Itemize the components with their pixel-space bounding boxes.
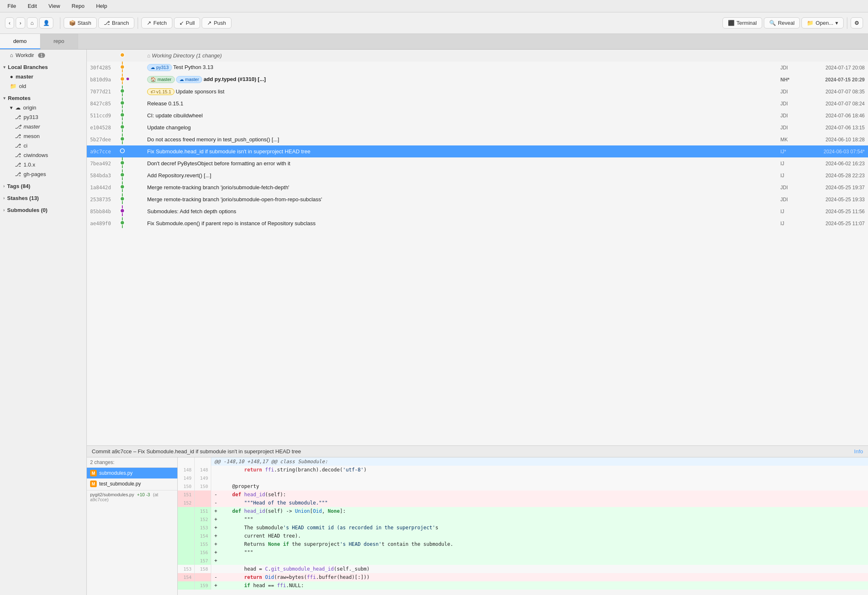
sidebar-remote-meson[interactable]: ⎇ meson [2, 131, 85, 141]
commit-graph [116, 74, 144, 86]
sidebar-remote-ci[interactable]: ⎇ ci [2, 141, 85, 150]
branch-label: Branch [112, 20, 129, 26]
diff-file-path: pygit2/submodules.py +10 -3 (at a9c7cce) [87, 490, 177, 504]
tab-demo[interactable]: demo [0, 34, 41, 49]
py313-label: py313 [24, 114, 38, 120]
stash-button[interactable]: 📦 Stash [64, 17, 97, 29]
sidebar-branch-old[interactable]: 📁 old [2, 81, 85, 91]
commit-date [802, 50, 868, 62]
commit-row[interactable]: a9c7cceFix Submodule.head_id if submodul… [87, 145, 868, 157]
pull-button[interactable]: ↙ Pull [174, 17, 200, 29]
svg-point-2 [120, 65, 124, 69]
menu-help[interactable]: Help [93, 2, 110, 10]
commit-author: IJ [777, 169, 802, 181]
toolbar: ‹ › ⌂ 👤 📦 Stash ⎇ Branch ↗ Fetch ↙ Pull … [0, 12, 868, 34]
commit-row[interactable]: 1a8442dMerge remote-tracking branch 'jor… [87, 181, 868, 193]
commit-row[interactable]: b810d9a🏠 master☁ masteradd py.typed (#13… [87, 74, 868, 86]
diff-code-line: 154- return Oid(raw=bytes(ffi.buffer(hea… [178, 573, 868, 581]
sidebar-branch-master[interactable]: ● master [2, 72, 85, 81]
sidebar-workdir[interactable]: ⌂ Workdir 1 [2, 50, 85, 60]
pull-label: Pull [186, 20, 195, 26]
commit-date: 2024-06-03 07:54* [802, 145, 868, 157]
commit-author: JDI [777, 181, 802, 193]
reveal-button[interactable]: 🔍 Reveal [764, 17, 800, 29]
remotes-header[interactable]: ▾ Remotes [0, 93, 86, 103]
diff-line-content: - """Head of the submodule.""" [211, 499, 868, 507]
diff-code-line: 150150 @property [178, 482, 868, 490]
menu-view[interactable]: View [46, 2, 62, 10]
commit-row[interactable]: 5b27deeDo not access freed memory in tes… [87, 133, 868, 145]
commit-message: 🏠 master☁ masteradd py.typed (#1310) [..… [144, 74, 777, 86]
sidebar-remote-origin[interactable]: ▾ ☁ origin [2, 103, 85, 112]
sidebar-remote-py313[interactable]: ⎇ py313 [2, 112, 85, 122]
back-button[interactable]: ‹ [5, 17, 14, 29]
sidebar-remote-ghpages[interactable]: ⎇ gh-pages [2, 169, 85, 179]
commit-hash [87, 50, 116, 62]
master-remote-label: master [24, 124, 40, 130]
menu-repo[interactable]: Repo [69, 2, 87, 10]
chevron-right-icon-submodules: › [3, 208, 5, 212]
diff-file-item[interactable]: Msubmodules.py [87, 468, 177, 478]
menu-edit[interactable]: Edit [25, 2, 39, 10]
fetch-button[interactable]: ↗ Fetch [141, 17, 172, 29]
diff-info-link[interactable]: Info [854, 448, 863, 455]
commit-graph [116, 217, 144, 229]
person-button[interactable]: 👤 [39, 17, 53, 29]
sidebar-remote-master[interactable]: ⎇ master [2, 122, 85, 131]
commit-row[interactable]: e104528Update changelogJDI2024-07-06 13:… [87, 121, 868, 133]
menubar: File Edit View Repo Help [0, 0, 868, 12]
commit-graph [116, 157, 144, 169]
commit-date: 2024-07-17 20:08 [802, 62, 868, 74]
branch-button[interactable]: ⎇ Branch [98, 17, 134, 29]
main-layout: ⌂ Workdir 1 ▾ Local Branches ● master 📁 … [0, 50, 868, 595]
diff-line-content: return ffi.string(branch).decode('utf-8'… [211, 466, 868, 474]
commit-graph [116, 121, 144, 133]
diff-hunk-header: @@ -148,10 +148,17 @@ class Submodule: [178, 457, 868, 466]
tab-repo[interactable]: repo [41, 34, 78, 49]
commit-row[interactable]: 30f4285☁ py313Test Python 3.13JDI2024-07… [87, 62, 868, 74]
submodules-header[interactable]: › Submodules (0) [0, 205, 86, 215]
commit-row[interactable]: ⌂ Working Directory (1 change) [87, 50, 868, 62]
commit-graph [116, 109, 144, 121]
ci-label: ci [24, 143, 27, 149]
commit-row[interactable]: 7077d21🏷 v1.15.1Update sponsors listJDI2… [87, 86, 868, 98]
content-area: ⌂ Working Directory (1 change)30f4285☁ p… [87, 50, 868, 595]
commit-graph [116, 86, 144, 98]
stashes-header[interactable]: › Stashes (13) [0, 193, 86, 203]
commit-hash: 584bda3 [87, 169, 116, 181]
commit-graph [116, 205, 144, 217]
sidebar-remote-ciwindows[interactable]: ⎇ ciwindows [2, 150, 85, 160]
fetch-icon: ↗ [147, 20, 151, 26]
commit-message: Add Repository.revert() [...] [144, 169, 777, 181]
open-button[interactable]: 📁 Open... ▾ [801, 17, 844, 29]
diff-body: 2 changes: Msubmodules.pyMtest_submodule… [87, 457, 868, 595]
open-chevron: ▾ [835, 20, 838, 26]
settings-button[interactable]: ⚙ [851, 17, 863, 29]
commit-row[interactable]: ae489f0Fix Submodule.open() if parent re… [87, 217, 868, 229]
diff-line-content: - return Oid(raw=bytes(ffi.buffer(head)[… [211, 573, 868, 581]
home-button[interactable]: ⌂ [27, 17, 38, 29]
commit-row[interactable]: 2538735Merge remote-tracking branch 'jor… [87, 193, 868, 205]
diff-line-num [178, 457, 194, 466]
commit-row[interactable]: 7bea492Don't decref PyBytesObject before… [87, 157, 868, 169]
diff-code-line: 151+ def head_id(self) -> Union[Oid, Non… [178, 507, 868, 515]
local-branches-header[interactable]: ▾ Local Branches [0, 62, 86, 72]
diff-line-content: + """ [211, 548, 868, 557]
branch-icon-ci: ⎇ [15, 143, 21, 149]
tags-header[interactable]: › Tags (84) [0, 181, 86, 191]
diff-line-content: + if head == ffi.NULL: [211, 581, 868, 590]
separator-2 [138, 17, 138, 29]
commit-row[interactable]: 85bb84bSubmodules: Add fetch depth optio… [87, 205, 868, 217]
commit-row[interactable]: 511ccd9CI: update cibuildwheelJDI2024-07… [87, 109, 868, 121]
diff-header: Commit a9c7cce – Fix Submodule.head_id i… [87, 446, 868, 457]
terminal-button[interactable]: ⬛ Terminal [723, 17, 762, 29]
push-button[interactable]: ↗ Push [202, 17, 231, 29]
menu-file[interactable]: File [5, 2, 19, 10]
diff-file-item[interactable]: Mtest_submodule.py [87, 478, 177, 489]
commit-date: 2024-05-25 19:37 [802, 181, 868, 193]
sidebar-remote-1x[interactable]: ⎇ 1.0.x [2, 160, 85, 169]
forward-button[interactable]: › [16, 17, 25, 29]
commit-row[interactable]: 584bda3Add Repository.revert() [...]IJ20… [87, 169, 868, 181]
diff-hunk-content: @@ -148,10 +148,17 @@ class Submodule: [211, 457, 868, 466]
commit-row[interactable]: 8427c85Release 0.15.1JDI2024-07-07 08:24 [87, 98, 868, 109]
